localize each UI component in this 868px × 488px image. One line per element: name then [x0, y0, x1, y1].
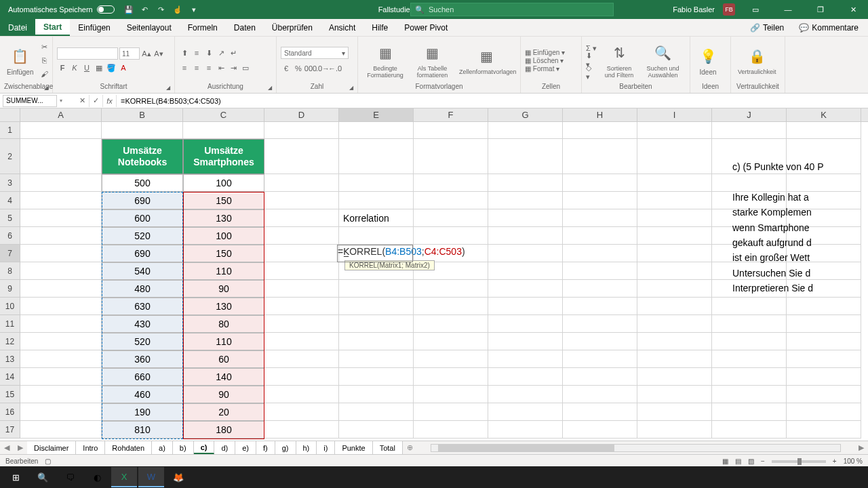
cell[interactable] — [339, 350, 414, 368]
row-header-13[interactable]: 13 — [0, 350, 20, 368]
row-header-17[interactable]: 17 — [0, 421, 20, 439]
zoom-out-icon[interactable]: − — [761, 458, 765, 465]
cell[interactable] — [264, 333, 339, 350]
cell[interactable] — [712, 333, 787, 350]
cell[interactable] — [787, 403, 861, 421]
bold-icon[interactable]: F — [57, 62, 68, 73]
format-cells-button[interactable]: ▦ Format ▾ — [525, 65, 565, 73]
cell[interactable] — [339, 174, 414, 192]
cell[interactable] — [563, 280, 637, 298]
cell[interactable] — [264, 421, 339, 439]
cell[interactable] — [787, 368, 861, 386]
cell[interactable] — [488, 333, 563, 350]
cell[interactable] — [264, 192, 339, 209]
align-top-icon[interactable]: ⬆ — [179, 47, 190, 58]
cell[interactable] — [20, 245, 102, 262]
cell[interactable] — [563, 368, 637, 386]
cell[interactable] — [637, 350, 712, 368]
cell[interactable] — [20, 192, 102, 209]
cell[interactable] — [563, 245, 637, 262]
cell[interactable]: 90 — [183, 280, 264, 298]
comments-button[interactable]: 💬Kommentare — [795, 22, 863, 34]
border-icon[interactable]: ▦ — [94, 62, 104, 73]
cell[interactable] — [637, 315, 712, 333]
cell[interactable] — [563, 227, 637, 245]
touch-icon[interactable]: ☝ — [173, 5, 182, 14]
sensitivity-button[interactable]: 🔒Vertraulichkeit — [735, 44, 779, 77]
cell[interactable] — [637, 280, 712, 298]
tab-powerpivot[interactable]: Power Pivot — [396, 19, 456, 36]
cell[interactable] — [637, 122, 712, 139]
tab-home[interactable]: Start — [35, 19, 70, 36]
align-right-icon[interactable]: ≡ — [203, 62, 214, 73]
taskbar-word[interactable]: W — [138, 467, 164, 487]
cell[interactable]: 520 — [102, 227, 183, 245]
cell[interactable]: 660 — [102, 368, 183, 386]
decimal-inc-icon[interactable]: .0→ — [317, 63, 328, 74]
find-select-button[interactable]: 🔍Suchen und Auswählen — [642, 41, 684, 80]
cell[interactable] — [339, 386, 414, 403]
cell[interactable] — [414, 315, 488, 333]
cell[interactable] — [563, 262, 637, 280]
cell[interactable] — [414, 350, 488, 368]
user-avatar[interactable]: FB — [723, 3, 735, 16]
cell[interactable] — [20, 262, 102, 280]
cell[interactable] — [787, 333, 861, 350]
start-button[interactable]: ⊞ — [3, 467, 28, 487]
cell[interactable] — [712, 421, 787, 439]
cell[interactable]: 100 — [183, 174, 264, 192]
percent-icon[interactable]: % — [293, 63, 304, 74]
cell[interactable] — [264, 386, 339, 403]
row-header-1[interactable]: 1 — [0, 122, 20, 139]
col-header-B[interactable]: B — [102, 108, 183, 121]
spreadsheet-grid[interactable]: A B C D E F G H I J K 123456789101112131… — [0, 108, 868, 441]
sheet-tab-b)[interactable]: b) — [173, 441, 194, 454]
cell[interactable] — [414, 122, 488, 139]
dialog-launcher-icon[interactable]: ◢ — [349, 85, 356, 92]
function-tooltip[interactable]: KORREL(Matrix1; Matrix2) — [344, 260, 435, 270]
sheet-tab-h)[interactable]: h) — [296, 441, 317, 454]
autosave-toggle[interactable]: Automatisches Speichern — [3, 5, 120, 14]
cell[interactable]: 100 — [183, 227, 264, 245]
cell[interactable] — [712, 386, 787, 403]
cell[interactable] — [20, 333, 102, 350]
sheet-tab-i)[interactable]: i) — [317, 441, 335, 454]
macro-record-icon[interactable]: ▢ — [45, 458, 51, 465]
cell[interactable] — [637, 298, 712, 315]
align-middle-icon[interactable]: ≡ — [191, 47, 202, 58]
col-header-G[interactable]: G — [488, 108, 563, 121]
cell[interactable]: 360 — [102, 350, 183, 368]
fx-icon[interactable]: fx — [103, 95, 117, 107]
shrink-font-icon[interactable]: A▾ — [153, 48, 164, 59]
cell[interactable] — [20, 403, 102, 421]
cell[interactable] — [339, 122, 414, 139]
cell[interactable] — [414, 403, 488, 421]
cell[interactable] — [787, 315, 861, 333]
cell[interactable] — [712, 350, 787, 368]
comma-icon[interactable]: 000 — [305, 63, 316, 74]
cell[interactable] — [414, 192, 488, 209]
sheet-tab-d)[interactable]: d) — [214, 441, 235, 454]
cell[interactable] — [20, 174, 102, 192]
dialog-launcher-icon[interactable]: ◢ — [166, 85, 173, 92]
col-header-H[interactable]: H — [563, 108, 637, 121]
cell[interactable] — [787, 386, 861, 403]
cell[interactable] — [637, 174, 712, 192]
row-header-12[interactable]: 12 — [0, 333, 20, 350]
cell[interactable] — [414, 333, 488, 350]
cell[interactable] — [637, 403, 712, 421]
sort-filter-button[interactable]: ⇅Sortieren und Filtern — [599, 41, 639, 80]
row-header-7[interactable]: 7 — [0, 245, 20, 262]
cell[interactable] — [264, 368, 339, 386]
cell[interactable] — [563, 421, 637, 439]
cell[interactable]: 190 — [102, 403, 183, 421]
cell[interactable] — [563, 209, 637, 227]
dialog-launcher-icon[interactable]: ◢ — [44, 85, 51, 92]
tab-data[interactable]: Daten — [226, 19, 264, 36]
row-header-11[interactable]: 11 — [0, 315, 20, 333]
cell[interactable] — [20, 368, 102, 386]
cell[interactable] — [339, 368, 414, 386]
undo-icon[interactable]: ↶ — [140, 5, 150, 14]
cell[interactable] — [563, 350, 637, 368]
cell[interactable] — [102, 122, 183, 139]
